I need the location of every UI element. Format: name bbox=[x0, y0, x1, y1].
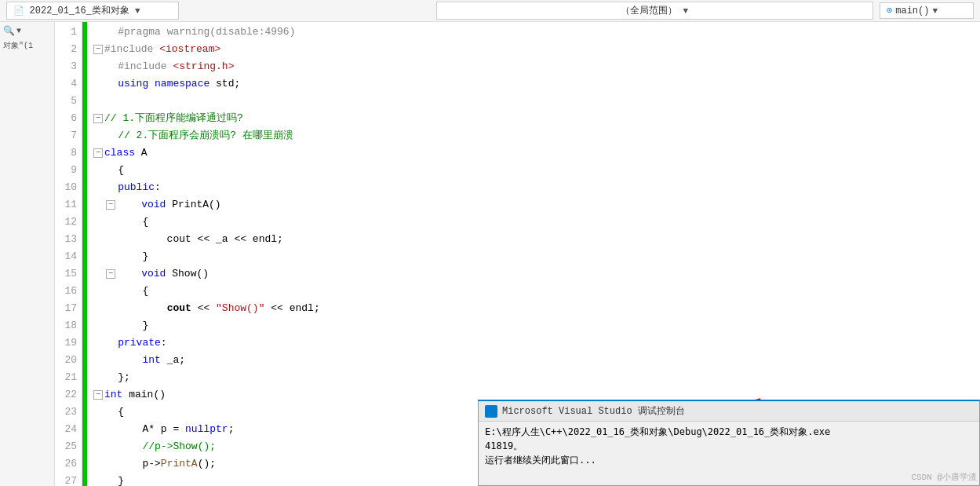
code-line: cout << _a << endl; bbox=[93, 231, 980, 248]
debug-console-title: Microsoft Visual Studio 调试控制台 bbox=[479, 401, 979, 422]
watermark: CSDN @小唐学渣 bbox=[911, 471, 977, 483]
main-area: 🔍 ▼ 对象"(1 12345 678910 1112131415 161718… bbox=[0, 22, 980, 486]
code-line: } bbox=[93, 248, 980, 265]
code-line: int _a; bbox=[93, 352, 980, 369]
file-title[interactable]: 📄 2022_01_16_类和对象 ▼ bbox=[6, 2, 179, 20]
code-line: public: bbox=[93, 179, 980, 196]
left-panel-label: 对象"(1 bbox=[3, 40, 51, 51]
code-line: private: bbox=[93, 334, 980, 352]
code-line: −#include <iostream> bbox=[93, 41, 980, 58]
editor-area[interactable]: 12345 678910 1112131415 1617181920 21222… bbox=[55, 22, 980, 486]
scope-selector[interactable]: （全局范围） ▼ bbox=[436, 2, 874, 20]
code-line: −class A bbox=[93, 144, 980, 162]
func-selector[interactable]: ⊙ main() ▼ bbox=[880, 2, 974, 19]
debug-line1: E:\程序人生\C++\2022_01_16_类和对象\Debug\2022_0… bbox=[485, 425, 973, 439]
code-line: #include <string.h> bbox=[93, 58, 980, 75]
debug-line2: 41819。 bbox=[485, 439, 973, 453]
code-line: cout << "Show()" << endl; bbox=[93, 300, 980, 317]
search-icon: 🔍 bbox=[3, 25, 15, 37]
code-line: }; bbox=[93, 369, 980, 386]
left-panel: 🔍 ▼ 对象"(1 bbox=[0, 22, 55, 486]
line-numbers: 12345 678910 1112131415 1617181920 21222… bbox=[55, 22, 82, 486]
func-icon: ⊙ bbox=[887, 5, 892, 16]
code-line: { bbox=[93, 162, 980, 179]
code-line: − void Show() bbox=[93, 265, 980, 283]
code-line: { bbox=[93, 214, 980, 231]
top-bar-left: 📄 2022_01_16_类和对象 ▼ bbox=[6, 2, 430, 20]
code-line: − void PrintA() bbox=[93, 196, 980, 214]
debug-console-body: E:\程序人生\C++\2022_01_16_类和对象\Debug\2022_0… bbox=[479, 422, 979, 470]
debug-line3: 运行者继续关闭此窗口... bbox=[485, 453, 973, 467]
search-bar[interactable]: 🔍 ▼ bbox=[3, 25, 51, 37]
debug-console: Microsoft Visual Studio 调试控制台 E:\程序人生\C+… bbox=[478, 400, 980, 486]
code-line: // 2.下面程序会崩溃吗? 在哪里崩溃 bbox=[93, 127, 980, 144]
top-bar: 📄 2022_01_16_类和对象 ▼ （全局范围） ▼ ⊙ main() ▼ bbox=[0, 0, 980, 22]
code-line: #pragma warning(disable:4996) bbox=[93, 24, 980, 41]
code-line: } bbox=[93, 317, 980, 334]
code-line: −// 1.下面程序能编译通过吗? bbox=[93, 110, 980, 127]
code-line bbox=[93, 93, 980, 110]
code-line: using namespace std; bbox=[93, 75, 980, 93]
vs-icon bbox=[485, 405, 497, 418]
code-line: { bbox=[93, 283, 980, 300]
